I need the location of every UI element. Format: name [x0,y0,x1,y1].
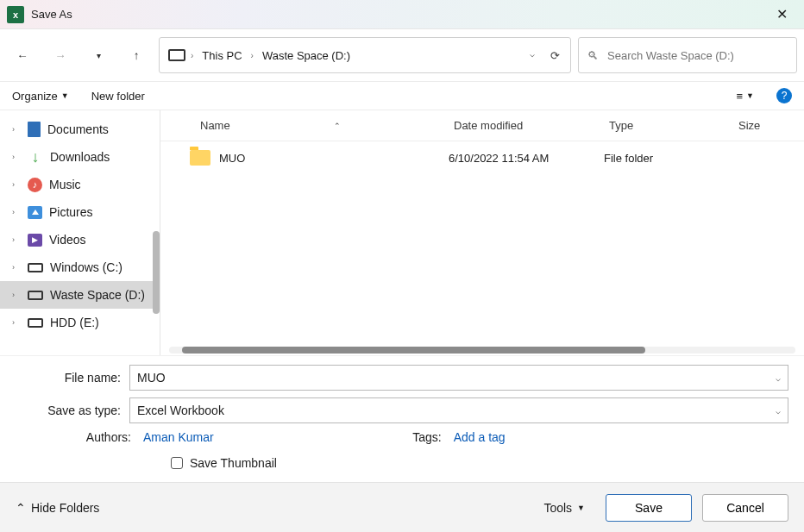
drive-icon [28,318,43,328]
search-input[interactable] [607,49,788,62]
file-row[interactable]: MUO 6/10/2022 11:54 AM File folder [160,141,804,174]
chevron-right-icon: › [12,235,21,244]
organize-button[interactable]: Organize ▼ [12,90,69,103]
sidebar-label: Documents [47,122,109,136]
breadcrumb-drive[interactable]: Waste Space (D:) [259,49,354,62]
sidebar-item-downloads[interactable]: › ↓ Downloads [0,143,160,171]
folder-icon [190,150,210,166]
chevron-right-icon: › [12,153,21,161]
sidebar-label: Windows (C:) [50,260,122,274]
chevron-down-icon: ▼ [61,91,69,100]
chevron-right-icon: › [12,291,21,299]
file-name-cell: MUO [190,150,449,166]
chevron-right-icon: › [12,208,21,216]
savetype-label: Save as type: [16,404,129,417]
recent-button[interactable]: ▾ [83,40,114,71]
file-name: MUO [219,152,245,165]
sort-indicator: ⌃ [329,122,346,130]
file-type-cell: File folder [604,152,733,165]
col-header-name[interactable]: Name⌃ [190,119,449,132]
file-date-cell: 6/10/2022 11:54 AM [449,152,604,165]
tools-menu[interactable]: Tools ▼ [543,501,585,515]
chevron-right-icon: › [12,263,21,272]
hide-folders-button[interactable]: ⌃ Hide Folders [16,501,99,515]
col-header-type[interactable]: Type [604,119,733,132]
new-folder-button[interactable]: New folder [91,90,145,103]
forward-button[interactable]: → [45,40,76,71]
breadcrumb-sep: › [251,51,254,60]
save-thumbnail-checkbox[interactable] [171,457,183,469]
save-thumbnail-label: Save Thumbnail [190,456,277,470]
sidebar: › Documents › ↓ Downloads › ♪ Music › Pi… [0,110,160,355]
help-button[interactable]: ? [776,88,792,103]
close-button[interactable]: ✕ [766,0,797,28]
save-form: File name: MUO ⌵ Save as type: Excel Wor… [0,355,804,482]
breadcrumb-this-pc[interactable]: This PC [198,49,245,62]
filename-label: File name: [16,371,129,385]
chevron-up-icon: ⌃ [16,501,26,515]
hide-folders-label: Hide Folders [31,501,99,515]
address-dropdown[interactable]: ⌵ [530,49,535,62]
sidebar-label: Music [49,178,81,191]
search-icon: 🔍︎ [587,49,599,62]
window-title: Save As [31,8,72,21]
search-box[interactable]: 🔍︎ [578,37,797,73]
sidebar-label: Downloads [50,150,110,164]
sidebar-label: Pictures [49,205,93,219]
tags-value[interactable]: Add a tag [454,430,506,444]
chevron-down-icon[interactable]: ⌵ [776,373,781,383]
breadcrumb-sep: › [191,51,193,60]
drive-icon [168,49,185,61]
sidebar-label: Waste Space (D:) [50,288,145,302]
back-button[interactable]: ← [7,40,38,71]
address-bar[interactable]: › This PC › Waste Space (D:) ⌵ ⟳ [159,37,571,73]
downloads-icon: ↓ [28,149,43,165]
col-header-size[interactable]: Size [733,119,794,132]
sidebar-scrollbar[interactable] [153,231,160,314]
music-icon: ♪ [28,178,42,192]
drive-icon [28,291,43,300]
list-icon: ≡ [736,90,743,103]
chevron-right-icon: › [12,180,21,189]
new-folder-label: New folder [91,90,145,103]
body-area: › Documents › ↓ Downloads › ♪ Music › Pi… [0,110,804,355]
sidebar-label: Videos [49,233,86,247]
sidebar-item-windows-c[interactable]: › Windows (C:) [0,253,160,281]
authors-label: Authors: [38,430,131,444]
sidebar-item-documents[interactable]: › Documents [0,116,160,143]
savetype-select[interactable]: Excel Workbook ⌵ [129,397,788,423]
tags-label: Tags: [407,430,442,444]
up-button[interactable]: ↑ [121,40,152,71]
sidebar-item-music[interactable]: › ♪ Music [0,171,160,198]
videos-icon: ▶ [28,234,42,247]
authors-value[interactable]: Aman Kumar [143,430,214,444]
horizontal-scrollbar[interactable] [169,347,795,355]
filename-value: MUO [137,371,166,385]
savetype-value: Excel Workbook [137,404,224,417]
sidebar-item-videos[interactable]: › ▶ Videos [0,226,160,253]
chevron-down-icon[interactable]: ⌵ [776,406,781,416]
save-button[interactable]: Save [606,494,692,522]
organize-label: Organize [12,90,58,103]
refresh-button[interactable]: ⟳ [550,49,560,62]
chevron-down-icon: ▼ [746,91,754,100]
file-list-pane: Name⌃ Date modified Type Size MUO 6/10/2… [160,110,804,355]
title-bar: x Save As ✕ [0,0,804,29]
drive-icon [28,263,43,272]
documents-icon [28,122,41,137]
tools-label: Tools [543,501,572,515]
cancel-button[interactable]: Cancel [702,494,788,522]
toolbar: Organize ▼ New folder ≡ ▼ ? [0,81,804,110]
pictures-icon [28,206,42,219]
chevron-down-icon: ▼ [577,504,585,512]
filename-input[interactable]: MUO ⌵ [129,365,788,391]
nav-row: ← → ▾ ↑ › This PC › Waste Space (D:) ⌵ ⟳… [0,29,804,81]
chevron-right-icon: › [12,125,21,134]
sidebar-item-pictures[interactable]: › Pictures [0,198,160,226]
sidebar-item-hdd-e[interactable]: › HDD (E:) [0,309,160,336]
view-mode-button[interactable]: ≡ ▼ [736,90,754,103]
dialog-footer: ⌃ Hide Folders Tools ▼ Save Cancel [0,482,804,532]
col-header-date[interactable]: Date modified [449,119,604,132]
sidebar-item-waste-space-d[interactable]: › Waste Space (D:) [0,281,160,309]
excel-icon: x [7,6,24,23]
